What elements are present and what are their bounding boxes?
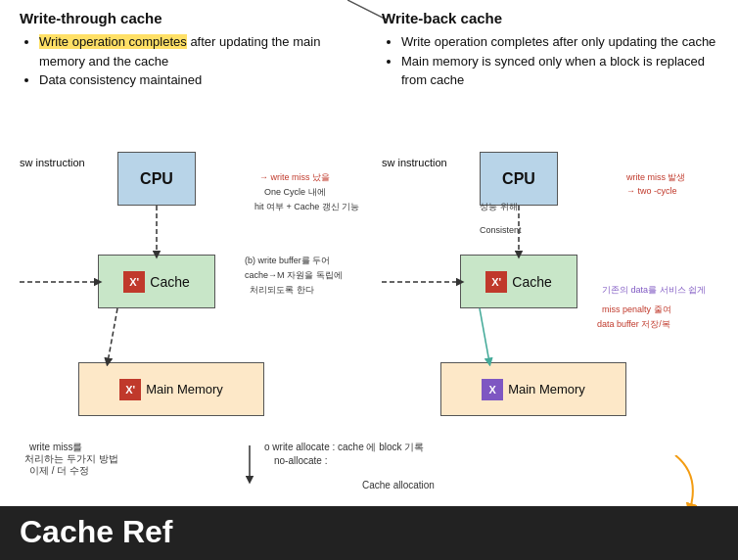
left-cpu-box: CPU	[117, 152, 196, 206]
left-memory-box: X' Main Memory	[78, 362, 264, 416]
left-cpu-label: CPU	[140, 170, 173, 188]
left-bullet-2: Data consistency maintained	[39, 70, 352, 90]
right-bullets: Write operation completes after only upd…	[382, 32, 724, 90]
svg-line-0	[347, 0, 387, 20]
right-cpu-label: CPU	[502, 170, 535, 188]
right-bullet-1: Write operation completes after only upd…	[401, 32, 724, 52]
divider-line	[347, 0, 387, 24]
left-memory-x-badge: X'	[119, 379, 141, 400]
svg-line-2	[108, 308, 117, 362]
right-sw-label: sw instruction	[382, 157, 447, 168]
right-diagram: CPU X' Cache X Main Memory	[382, 152, 724, 445]
annotation-bottom-6: Cache allocation	[362, 480, 435, 490]
annotation-bottom-5: no-allocate :	[274, 455, 327, 466]
right-memory-label: Main Memory	[508, 382, 585, 397]
annotation-bottom-2: 처리하는 두가지 방법	[24, 452, 118, 466]
bottom-bar-text: Cache Ref	[20, 514, 173, 550]
left-title: Write-through cache	[20, 10, 352, 26]
annotation-bottom-3: 이제 / 더 수정	[29, 464, 89, 478]
right-cache-x-badge: X'	[485, 271, 507, 293]
left-memory-label: Main Memory	[146, 382, 223, 397]
right-memory-x-badge: X	[482, 379, 503, 400]
right-bullet-2: Main memory is synced only when a block …	[401, 52, 724, 90]
right-title: Write-back cache	[382, 10, 724, 26]
right-cache-label: Cache	[512, 274, 551, 290]
right-cache-box: X' Cache	[460, 255, 577, 308]
highlight-text: Write operation completes	[39, 34, 187, 49]
left-cache-box: X' Cache	[98, 255, 215, 308]
orange-arrow	[666, 455, 715, 514]
bottom-arrow	[225, 445, 274, 485]
svg-line-5	[480, 308, 489, 362]
right-cpu-box: CPU	[480, 152, 558, 206]
bottom-bar: Cache Ref	[0, 506, 738, 560]
left-sw-label: sw instruction	[20, 157, 85, 168]
left-bullet-1: Write operation completes after updating…	[39, 32, 352, 70]
left-diagram: CPU X' Cache X' Main Memory	[20, 152, 362, 445]
page-content: Write-through cache Write operation comp…	[0, 0, 738, 560]
right-memory-box: X Main Memory	[440, 362, 626, 416]
right-section: Write-back cache Write operation complet…	[382, 10, 724, 90]
left-cache-x-badge: X'	[123, 271, 145, 293]
left-section: Write-through cache Write operation comp…	[20, 10, 352, 90]
left-bullets: Write operation completes after updating…	[20, 32, 352, 90]
left-cache-label: Cache	[150, 274, 189, 290]
